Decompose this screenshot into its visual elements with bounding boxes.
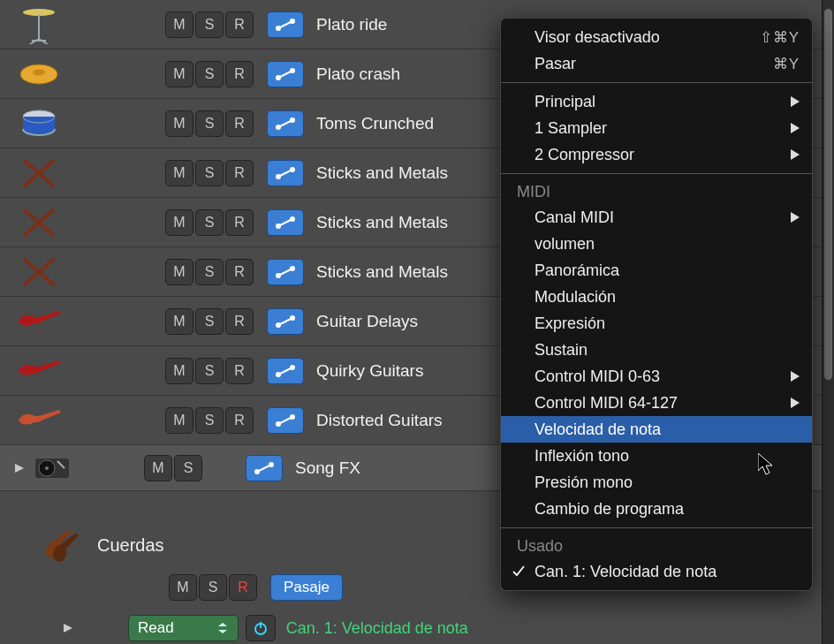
mute-button[interactable]: M (165, 358, 193, 384)
drumsticks-icon (9, 198, 69, 247)
solo-button[interactable]: S (174, 455, 202, 481)
menu-item-velocidad-nota[interactable]: Velocidad de nota (501, 416, 812, 443)
record-button[interactable]: R (225, 209, 254, 236)
automation-button[interactable] (267, 11, 304, 38)
menu-item-pasar[interactable]: Pasar ⌘Y (501, 50, 812, 77)
menu-item-midi-0-63[interactable]: Control MIDI 0-63 (501, 363, 812, 390)
menu-item-midi-64-127[interactable]: Control MIDI 64-127 (501, 390, 812, 416)
mute-button[interactable]: M (165, 61, 193, 87)
mute-button[interactable]: M (165, 209, 193, 236)
record-button[interactable]: R (225, 11, 254, 38)
automation-button[interactable] (267, 407, 304, 434)
svg-marker-58 (791, 212, 800, 223)
drumsticks-icon (9, 148, 69, 198)
solo-button[interactable]: S (195, 160, 224, 186)
menu-item-presion-mono[interactable]: Presión mono (501, 469, 812, 496)
mute-button[interactable]: M (165, 407, 193, 434)
solo-button[interactable]: S (195, 209, 224, 236)
automation-button[interactable] (267, 358, 304, 384)
automation-button[interactable] (267, 308, 304, 335)
mute-button[interactable]: M (169, 574, 197, 601)
svg-marker-42 (15, 464, 24, 473)
automation-button[interactable] (267, 160, 304, 186)
submenu-arrow-icon (791, 394, 800, 413)
mute-button[interactable]: M (165, 11, 193, 38)
record-button[interactable]: R (225, 308, 254, 335)
mute-button[interactable]: M (165, 308, 193, 335)
automation-button[interactable] (267, 259, 304, 285)
menu-item-panoramica[interactable]: Panorámica (501, 257, 812, 284)
menu-item-visor-off[interactable]: Visor desactivado ⇧⌘Y (501, 24, 812, 50)
automation-button[interactable] (267, 209, 304, 236)
solo-button[interactable]: S (195, 308, 224, 335)
automation-parameter-label[interactable]: Can. 1: Velocidad de nota (286, 619, 468, 638)
svg-marker-60 (791, 398, 800, 408)
track-name: Guitar Delays (316, 312, 418, 331)
menu-item-used-velocidad[interactable]: Can. 1: Velocidad de nota (501, 558, 812, 585)
menu-item-volumen[interactable]: volumen (501, 231, 812, 257)
svg-line-17 (278, 120, 292, 127)
svg-line-32 (278, 269, 292, 276)
passage-button[interactable]: Pasaje (270, 574, 343, 601)
menu-item-canal-midi[interactable]: Canal MIDI (501, 204, 812, 231)
menu-separator (501, 527, 812, 528)
drumsticks-icon (9, 247, 69, 297)
submenu-arrow-icon (791, 119, 800, 138)
record-button[interactable]: R (225, 110, 254, 137)
shortcut-label: ⇧⌘Y (760, 28, 800, 47)
menu-item-sampler[interactable]: 1 Sampler (501, 115, 812, 141)
check-icon (512, 564, 526, 582)
automation-button[interactable] (246, 455, 283, 481)
record-button[interactable]: R (229, 574, 257, 601)
menu-item-principal[interactable]: Principal (501, 88, 812, 115)
solo-button[interactable]: S (195, 407, 224, 434)
record-button[interactable]: R (225, 160, 254, 186)
updown-arrows-icon (216, 622, 229, 634)
svg-line-7 (278, 21, 292, 28)
track-name: Plato crash (316, 64, 400, 84)
solo-button[interactable]: S (195, 110, 224, 137)
menu-section-usado: Usado (501, 534, 812, 558)
automation-button[interactable] (267, 110, 304, 137)
menu-separator (501, 82, 812, 83)
svg-marker-51 (218, 623, 227, 626)
automation-button[interactable] (267, 61, 304, 87)
record-button[interactable]: R (225, 407, 254, 434)
svg-rect-1 (38, 14, 40, 39)
menu-item-compressor[interactable]: 2 Compressor (501, 141, 812, 168)
menu-item-cambio-programa[interactable]: Cambio de programa (501, 496, 812, 522)
strings-icon (35, 520, 88, 570)
mute-button[interactable]: M (144, 455, 172, 481)
svg-marker-50 (64, 624, 72, 633)
track-name: Distorted Guitars (316, 411, 443, 430)
svg-line-35 (278, 318, 292, 325)
vertical-scrollbar[interactable] (822, 0, 834, 644)
solo-button[interactable]: S (195, 358, 224, 384)
track-name: Song FX (295, 458, 360, 478)
record-button[interactable]: R (225, 259, 254, 285)
automation-mode-label: Read (138, 619, 174, 637)
solo-button[interactable]: S (195, 259, 224, 285)
solo-button[interactable]: S (195, 11, 224, 38)
scrollbar-thumb[interactable] (824, 9, 832, 380)
mute-button[interactable]: M (165, 160, 193, 186)
menu-item-expresion[interactable]: Expresión (501, 310, 812, 337)
cymbal-icon (9, 49, 69, 99)
submenu-arrow-icon (791, 367, 800, 386)
menu-item-inflexion-tono[interactable]: Inflexión tono (501, 443, 812, 469)
menu-item-sustain[interactable]: Sustain (501, 337, 812, 363)
track-name: Toms Crunched (316, 114, 434, 133)
mute-button[interactable]: M (165, 110, 193, 137)
solo-button[interactable]: S (195, 61, 224, 87)
automation-mode-select[interactable]: Read (128, 615, 239, 641)
record-button[interactable]: R (225, 61, 254, 87)
solo-button[interactable]: S (199, 574, 227, 601)
record-button[interactable]: R (225, 358, 254, 384)
disclosure-triangle-icon[interactable] (57, 622, 79, 634)
power-button[interactable] (246, 615, 276, 641)
disclosure-triangle-icon[interactable] (9, 462, 30, 474)
track-name: Sticks and Metals (316, 213, 448, 232)
svg-line-38 (278, 367, 292, 375)
menu-item-modulacion[interactable]: Modulación (501, 284, 812, 310)
mute-button[interactable]: M (165, 259, 193, 285)
